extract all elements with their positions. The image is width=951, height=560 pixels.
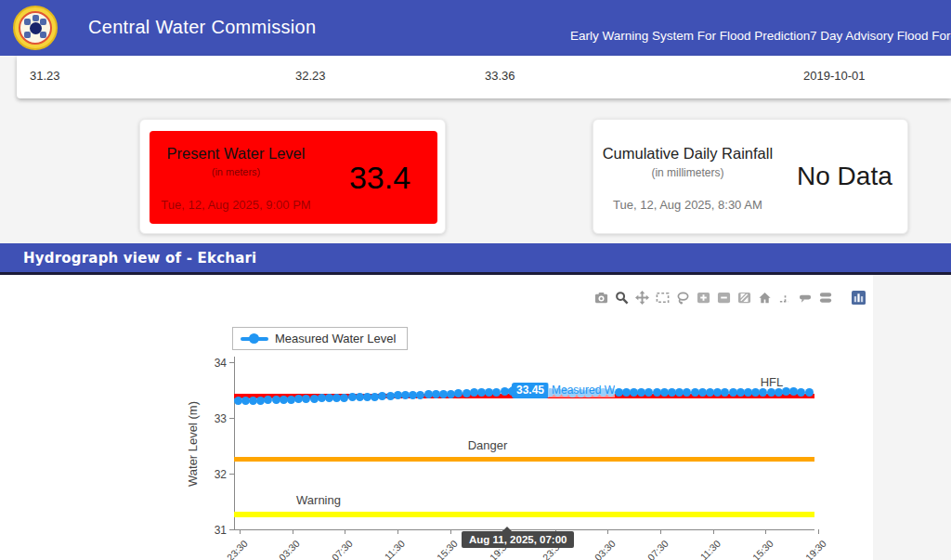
x-tick-label: 07:30 [645, 538, 670, 560]
x-tick-mark [397, 529, 398, 534]
x-tick-label: 15:30 [435, 538, 460, 560]
zoom-in-icon[interactable] [697, 291, 710, 305]
x-tick-label: 19:30 [802, 538, 827, 560]
measured-point [721, 388, 729, 397]
x-tick-mark [345, 529, 345, 534]
zoom-icon[interactable] [615, 291, 629, 305]
x-tick-mark [765, 529, 766, 534]
x-tick-label: 11:30 [383, 538, 408, 560]
rainfall-value: No Data [797, 162, 892, 191]
water-level-card-unit: (in meters) [150, 166, 322, 177]
rainfall-timestamp: Tue, 12, Aug 2025, 8:30 AM [593, 198, 782, 212]
ref-label-danger: Danger [468, 438, 508, 452]
flood-dashboard: Central Water Commission Early Warning S… [0, 0, 951, 560]
camera-icon[interactable] [594, 291, 608, 305]
app-title: Central Water Commission [88, 17, 316, 38]
ref-line-danger [234, 457, 814, 462]
hover-xaxis-tooltip: Aug 11, 2025, 07:00 [462, 531, 574, 548]
y-tick-label: 31 [199, 524, 227, 537]
x-tick-label: 23:30 [224, 538, 249, 560]
ref-line-warning [234, 512, 814, 517]
y-tick-label: 33 [199, 412, 227, 425]
y-tick-mark [229, 474, 234, 475]
zoom-out-icon[interactable] [717, 291, 731, 305]
x-tick-label: 15:30 [750, 538, 775, 560]
hover-trace-label: Measured Wat... [548, 384, 615, 397]
hover-value-badge: 33.45 [512, 383, 549, 398]
pan-icon[interactable] [635, 291, 649, 305]
chart-legend[interactable]: Measured Water Level [232, 327, 408, 350]
x-tick-mark [240, 529, 241, 534]
box-select-icon[interactable] [656, 291, 670, 305]
water-level-card-title: Present Water Level [150, 145, 322, 163]
danger-level-value: 32.23 [295, 69, 326, 83]
hydrograph-chart: Measured Water Level Water Level (m) 313… [0, 275, 873, 560]
x-tick-mark [450, 529, 451, 534]
rainfall-card: Cumulative Daily Rainfall (in millimeter… [593, 119, 908, 234]
x-tick-label: 11:30 [698, 538, 723, 560]
plotly-modebar [594, 291, 866, 305]
water-level-timestamp: Tue, 12, Aug 2025, 9:00 PM [150, 198, 322, 212]
water-level-value: 33.4 [349, 160, 410, 196]
y-axis-title: Water Level (m) [186, 401, 200, 487]
hfl-date-value: 2019-10-01 [803, 69, 866, 83]
measured-point [340, 394, 348, 402]
measured-point [302, 395, 310, 403]
ref-label-warning: Warning [296, 493, 341, 507]
x-tick-mark [713, 529, 714, 534]
x-tick-label: 03:30 [593, 538, 618, 560]
measured-point [805, 388, 814, 397]
autoscale-icon[interactable] [737, 291, 751, 305]
hover-closest-icon[interactable] [799, 291, 813, 305]
y-tick-label: 34 [199, 357, 227, 370]
y-tick-label: 32 [199, 468, 227, 481]
measured-point [416, 391, 424, 399]
x-tick-mark [607, 529, 608, 534]
measured-point [492, 388, 501, 397]
warning-level-value: 31.23 [30, 69, 60, 83]
plotly-logo-icon[interactable] [852, 291, 866, 305]
rainfall-card-title: Cumulative Daily Rainfall [593, 134, 782, 163]
lasso-icon[interactable] [676, 291, 690, 305]
nav-7-day-advisory[interactable]: 7 Day Advisory Flood Fore [810, 29, 951, 43]
y-tick-mark [229, 529, 234, 530]
app-header: Central Water Commission Early Warning S… [0, 0, 951, 56]
measured-point [797, 388, 805, 397]
nav-early-warning-system[interactable]: Early Warning System For Flood Predictio… [570, 29, 810, 43]
x-tick-label: 03:30 [277, 538, 302, 560]
home-icon[interactable] [758, 291, 772, 305]
measured-point [759, 388, 767, 397]
y-axis-line [234, 357, 235, 530]
hfl-value: 33.36 [485, 69, 515, 83]
hydrograph-section-bar: Hydrograph view of - Ekchari [0, 243, 951, 275]
hydrograph-section-title: Hydrograph view of - Ekchari [23, 250, 256, 267]
y-tick-mark [229, 418, 234, 419]
measured-point [264, 396, 272, 404]
cwc-logo-emblem [19, 11, 52, 45]
x-tick-mark [818, 529, 819, 534]
hover-compare-icon[interactable] [819, 291, 833, 305]
measured-point [378, 392, 386, 400]
legend-label: Measured Water Level [275, 332, 396, 345]
y-tick-mark [229, 362, 234, 363]
toggle-spikelines-icon[interactable] [778, 291, 792, 305]
x-tick-mark [293, 529, 293, 534]
ref-label-hfl: HFL [761, 375, 784, 389]
legend-marker-line-dot [241, 333, 268, 344]
x-tick-mark [660, 529, 661, 534]
present-water-level-card: Present Water Level (in meters) Tue, 12,… [139, 119, 446, 234]
station-summary-row: 31.23 32.23 33.36 2019-10-01 [17, 56, 951, 98]
rainfall-card-unit: (in millimeters) [593, 166, 782, 179]
water-level-alert-box: Present Water Level (in meters) Tue, 12,… [150, 131, 437, 224]
x-axis-line [234, 529, 814, 530]
cwc-logo [13, 6, 58, 50]
x-tick-label: 07:30 [330, 538, 355, 560]
